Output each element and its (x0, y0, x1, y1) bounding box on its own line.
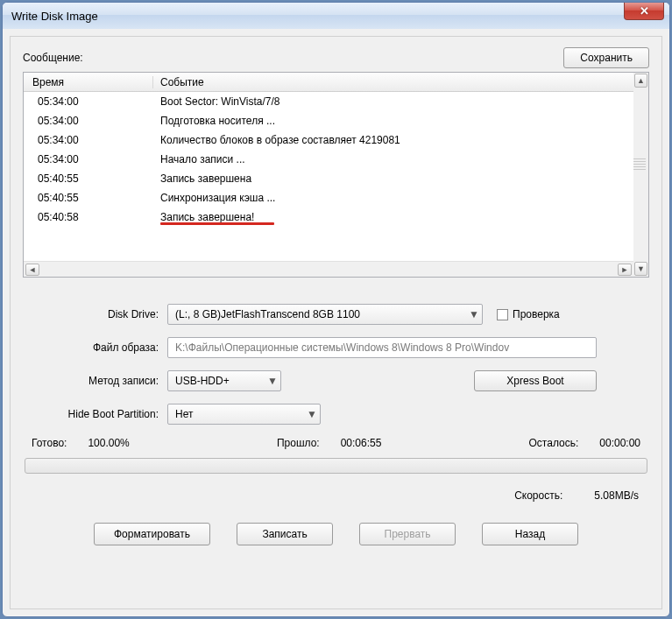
abort-button[interactable]: Прервать (359, 523, 456, 545)
verify-checkbox[interactable]: Проверка (497, 308, 560, 320)
client-area: Сообщение: Сохранить Время Событие 05:34… (3, 29, 669, 616)
ready-value: 100.00% (88, 437, 129, 449)
speed-row: Скорость: 5.08MB/s (23, 474, 649, 502)
vertical-scrollbar[interactable]: ▲ ▼ (633, 72, 649, 278)
remain-value: 00:00:00 (599, 437, 640, 449)
messages-label: Сообщение: (23, 52, 83, 64)
chevron-down-icon: ▼ (265, 375, 280, 387)
image-file-label: Файл образа: (32, 341, 167, 354)
chevron-down-icon: ▼ (304, 408, 320, 420)
log-row[interactable]: 05:34:00 Количество блоков в образе сост… (24, 130, 633, 150)
save-button[interactable]: Сохранить (563, 47, 649, 68)
vscroll-track[interactable] (633, 88, 648, 261)
hide-boot-combo[interactable]: Нет ▼ (167, 404, 321, 425)
back-button[interactable]: Назад (482, 523, 578, 545)
log-row[interactable]: 05:40:55 Запись завершена (24, 169, 633, 188)
log-row[interactable]: 05:34:00 Подготовка носителя ... (24, 111, 633, 130)
log-body: 05:34:00 Boot Sector: WinVista/7/8 05:34… (24, 92, 633, 261)
horizontal-scrollbar[interactable]: ◄ ► (24, 261, 633, 277)
log-row[interactable]: 05:40:55 Синхронизация кэша ... (24, 188, 633, 208)
scroll-up-icon[interactable]: ▲ (634, 74, 647, 88)
xpress-boot-button[interactable]: Xpress Boot (474, 370, 597, 391)
titlebar[interactable]: Write Disk Image ✕ (3, 3, 669, 29)
window: Write Disk Image ✕ Сообщение: Сохранить … (2, 2, 670, 617)
write-method-combo[interactable]: USB-HDD+ ▼ (167, 370, 281, 391)
write-button[interactable]: Записать (237, 523, 333, 545)
vscroll-thumb[interactable] (633, 158, 646, 171)
log-header-event[interactable]: Событие (153, 76, 633, 88)
status-row: Готово: 100.00% Прошло: 00:06:55 Осталос… (23, 437, 649, 449)
window-title: Write Disk Image (11, 10, 98, 23)
speed-value: 5.08MB/s (594, 489, 639, 502)
remain-label: Осталось: (529, 437, 579, 449)
scroll-right-icon[interactable]: ► (618, 264, 632, 276)
hide-boot-label: Hide Boot Partition: (32, 408, 167, 420)
log-row[interactable]: 05:40:58 Запись завершена! (24, 208, 633, 227)
close-button[interactable]: ✕ (624, 3, 664, 20)
log-header-time[interactable]: Время (24, 76, 153, 88)
checkbox-box[interactable] (497, 309, 508, 320)
chevron-down-icon: ▼ (466, 308, 482, 320)
format-button[interactable]: Форматировать (94, 523, 210, 545)
elapsed-value: 00:06:55 (341, 437, 382, 449)
image-file-field[interactable]: K:\Файлы\Операционные системы\Windows 8\… (167, 337, 597, 358)
main-panel: Сообщение: Сохранить Время Событие 05:34… (10, 36, 662, 609)
ready-label: Готово: (32, 437, 67, 449)
close-icon: ✕ (640, 4, 649, 18)
disk-drive-label: Disk Drive: (32, 308, 167, 320)
write-method-label: Метод записи: (32, 375, 167, 387)
scroll-left-icon[interactable]: ◄ (25, 264, 39, 276)
scroll-down-icon[interactable]: ▼ (634, 262, 647, 276)
elapsed-label: Прошло: (277, 437, 320, 449)
log-area: Время Событие 05:34:00 Boot Sector: WinV… (23, 72, 649, 278)
log-header[interactable]: Время Событие (24, 73, 633, 92)
progress-bar (25, 458, 647, 474)
log-row[interactable]: 05:34:00 Начало записи ... (24, 150, 633, 169)
log-row[interactable]: 05:34:00 Boot Sector: WinVista/7/8 (24, 92, 633, 111)
speed-label: Скорость: (514, 489, 562, 502)
disk-drive-combo[interactable]: (L:, 8 GB)JetFlashTranscend 8GB 1100 ▼ (167, 304, 483, 325)
button-row: Форматировать Записать Прервать Назад (23, 523, 649, 545)
